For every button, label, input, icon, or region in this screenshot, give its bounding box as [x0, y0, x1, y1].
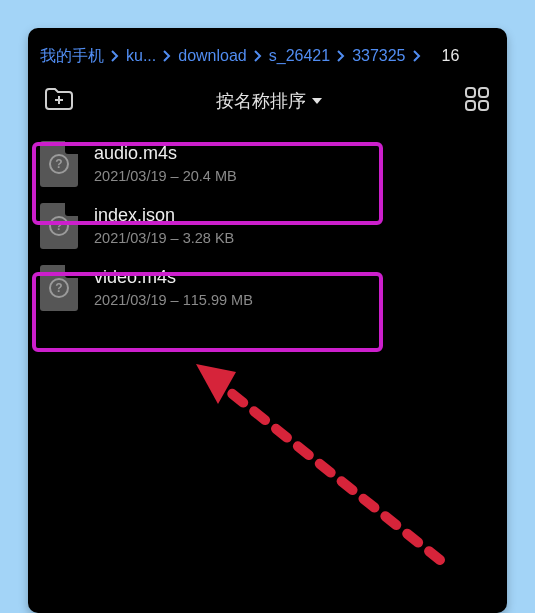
svg-rect-3: [479, 88, 488, 97]
file-text: index.json 2021/03/19 – 3.28 KB: [94, 204, 234, 248]
file-name: index.json: [94, 204, 234, 226]
sort-label: 按名称排序: [216, 89, 306, 113]
unknown-file-icon: [40, 265, 78, 311]
sort-button[interactable]: 按名称排序: [216, 89, 322, 113]
svg-rect-5: [479, 101, 488, 110]
file-name: audio.m4s: [94, 142, 237, 164]
breadcrumb-item-0[interactable]: 我的手机: [40, 45, 104, 67]
toolbar: 按名称排序: [28, 79, 507, 127]
svg-rect-4: [466, 101, 475, 110]
breadcrumb-item-1[interactable]: ku...: [126, 45, 156, 67]
new-folder-icon[interactable]: [44, 86, 74, 116]
caret-down-icon: [312, 98, 322, 104]
unknown-file-icon: [40, 141, 78, 187]
breadcrumb-count: 16: [442, 45, 460, 67]
chevron-right-icon: [110, 49, 120, 63]
chevron-right-icon: [336, 49, 346, 63]
chevron-right-icon: [412, 49, 422, 63]
file-row-video[interactable]: video.m4s 2021/03/19 – 115.99 MB: [30, 257, 505, 319]
breadcrumb-item-2[interactable]: download: [178, 45, 247, 67]
grid-view-icon[interactable]: [463, 85, 491, 117]
file-name: video.m4s: [94, 266, 253, 288]
breadcrumb: 我的手机 ku... download s_26421 337325 16: [28, 33, 507, 79]
chevron-right-icon: [253, 49, 263, 63]
file-list: audio.m4s 2021/03/19 – 20.4 MB index.jso…: [28, 133, 507, 319]
file-manager-screen: 我的手机 ku... download s_26421 337325 16: [28, 28, 507, 613]
svg-rect-2: [466, 88, 475, 97]
unknown-file-icon: [40, 203, 78, 249]
file-row-audio[interactable]: audio.m4s 2021/03/19 – 20.4 MB: [30, 133, 505, 195]
file-text: audio.m4s 2021/03/19 – 20.4 MB: [94, 142, 237, 186]
breadcrumb-item-4[interactable]: 337325: [352, 45, 405, 67]
chevron-right-icon: [162, 49, 172, 63]
file-text: video.m4s 2021/03/19 – 115.99 MB: [94, 266, 253, 310]
file-meta: 2021/03/19 – 20.4 MB: [94, 166, 237, 186]
breadcrumb-item-3[interactable]: s_26421: [269, 45, 330, 67]
file-meta: 2021/03/19 – 115.99 MB: [94, 290, 253, 310]
file-row-index[interactable]: index.json 2021/03/19 – 3.28 KB: [30, 195, 505, 257]
file-meta: 2021/03/19 – 3.28 KB: [94, 228, 234, 248]
